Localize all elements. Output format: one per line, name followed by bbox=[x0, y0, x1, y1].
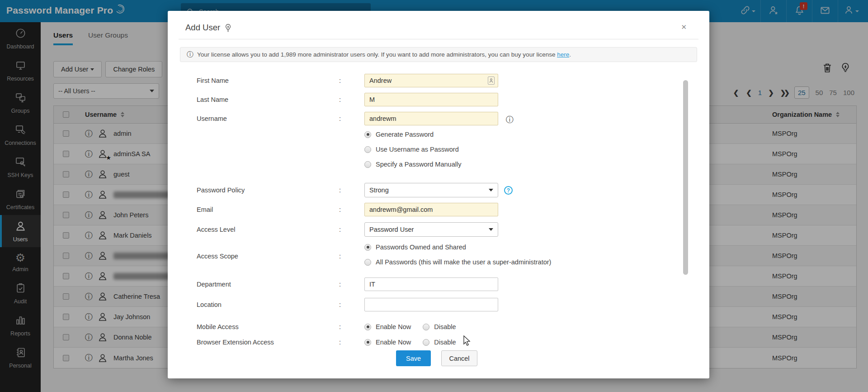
username-label: Username bbox=[197, 112, 227, 125]
password-policy-select[interactable]: Strong bbox=[364, 183, 498, 197]
save-button[interactable]: Save bbox=[396, 350, 431, 366]
username-input[interactable] bbox=[364, 112, 498, 125]
password-policy-help-icon[interactable]: ? bbox=[504, 186, 513, 195]
access-scope-radio-passwords-owned-and-shared[interactable] bbox=[364, 244, 371, 251]
browser-extension-radio-enable-now[interactable] bbox=[364, 339, 371, 346]
mobile-access-radio-disable[interactable] bbox=[423, 324, 429, 330]
app-window: Password Manager Pro Search ! DashboardR… bbox=[0, 0, 868, 392]
radio-label[interactable]: Specify a Password Manually bbox=[376, 161, 461, 168]
access-scope-radio-all-passwords-this-will-make-the-user-a-super-administrator[interactable] bbox=[364, 259, 371, 266]
title-divider bbox=[179, 39, 698, 39]
access-level-label: Access Level bbox=[197, 222, 235, 237]
radio-label[interactable]: Disable bbox=[434, 339, 456, 346]
location-label: Location bbox=[197, 298, 222, 311]
password-policy-label: Password Policy bbox=[197, 183, 245, 197]
password-mode-radio-use-username-as-password[interactable] bbox=[364, 146, 371, 153]
license-notice: ⓘ Your license allows you to add 1,989 m… bbox=[180, 47, 697, 62]
modal-scrollbar-thumb[interactable] bbox=[683, 80, 688, 275]
mobile-access-radio-enable-now[interactable] bbox=[364, 324, 371, 330]
license-notice-text: Your license allows you to add 1,989 mor… bbox=[197, 51, 557, 58]
radio-label[interactable]: Disable bbox=[434, 323, 456, 330]
chevron-down-icon bbox=[489, 228, 493, 231]
password-mode-radio-specify-a-password-manually[interactable] bbox=[364, 161, 371, 168]
radio-label[interactable]: All Passwords (this will make the user a… bbox=[376, 258, 551, 266]
mobile-access-options: Enable NowDisable bbox=[364, 323, 456, 330]
autofill-icon bbox=[488, 76, 495, 85]
access-scope-label: Access Scope bbox=[197, 253, 238, 260]
chevron-down-icon bbox=[489, 189, 493, 191]
department-input[interactable] bbox=[364, 277, 498, 291]
password-mode-radio-generate-password[interactable] bbox=[364, 131, 371, 138]
radio-label[interactable]: Generate Password bbox=[376, 131, 434, 138]
radio-label[interactable]: Use Username as Password bbox=[376, 146, 459, 153]
location-input[interactable] bbox=[364, 298, 498, 311]
radio-label[interactable]: Passwords Owned and Shared bbox=[376, 244, 466, 251]
access-level-select[interactable]: Password User bbox=[364, 222, 498, 237]
radio-label[interactable]: Enable Now bbox=[376, 339, 411, 346]
browser-extension-access-label: Browser Extension Access bbox=[197, 339, 274, 346]
buy-license-link[interactable]: here bbox=[557, 51, 569, 58]
browser-extension-radio-disable[interactable] bbox=[423, 339, 429, 346]
modal-title: Add User bbox=[185, 23, 232, 33]
first-name-input[interactable] bbox=[364, 74, 498, 87]
access-scope-options: Passwords Owned and SharedAll Passwords … bbox=[364, 244, 654, 273]
username-info-icon[interactable]: ⓘ bbox=[506, 115, 514, 125]
cancel-button[interactable]: Cancel bbox=[441, 350, 477, 366]
close-icon[interactable]: ✕ bbox=[681, 23, 687, 31]
first-name-label: First Name bbox=[197, 74, 229, 87]
email-label: Email bbox=[197, 203, 213, 216]
email-input[interactable] bbox=[364, 203, 498, 216]
last-name-label: Last Name bbox=[197, 93, 228, 106]
password-mode-options: Generate PasswordUse Username as Passwor… bbox=[364, 131, 590, 176]
last-name-input[interactable] bbox=[364, 93, 498, 106]
browser-extension-options: Enable NowDisable bbox=[364, 339, 456, 346]
radio-label[interactable]: Enable Now bbox=[376, 323, 411, 330]
lightbulb-bolt-icon[interactable] bbox=[224, 23, 232, 33]
add-user-modal: Add User ✕ ⓘ Your license allows you to … bbox=[168, 11, 709, 378]
department-label: Department bbox=[197, 277, 231, 291]
info-icon: ⓘ bbox=[187, 50, 193, 59]
mobile-access-label: Mobile Access bbox=[197, 323, 239, 330]
